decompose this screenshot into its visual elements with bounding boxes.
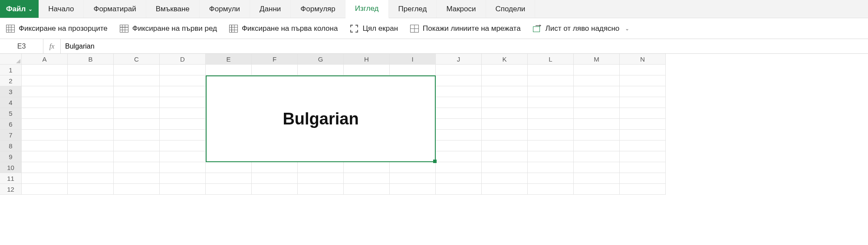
cell[interactable] — [528, 130, 574, 140]
cell[interactable] — [390, 162, 436, 173]
cell[interactable] — [620, 162, 666, 173]
cell[interactable] — [436, 140, 482, 151]
cell[interactable] — [68, 86, 114, 97]
cell[interactable] — [160, 130, 206, 140]
cell[interactable] — [436, 184, 482, 195]
cell[interactable] — [482, 162, 528, 173]
cell[interactable] — [206, 173, 252, 184]
cell[interactable] — [114, 119, 160, 130]
cell[interactable] — [114, 184, 160, 195]
cell[interactable] — [22, 184, 68, 195]
cell[interactable] — [22, 130, 68, 140]
cell[interactable] — [574, 119, 620, 130]
cell[interactable] — [160, 75, 206, 86]
cell[interactable] — [344, 173, 390, 184]
column-header[interactable]: F — [252, 54, 298, 65]
column-header[interactable]: B — [68, 54, 114, 65]
cell[interactable] — [68, 65, 114, 75]
cell[interactable] — [620, 86, 666, 97]
cell[interactable] — [574, 130, 620, 140]
cell[interactable] — [298, 65, 344, 75]
cell[interactable] — [22, 65, 68, 75]
cell[interactable] — [482, 119, 528, 130]
cell[interactable] — [528, 173, 574, 184]
row-header[interactable]: 7 — [0, 130, 22, 140]
cell[interactable] — [114, 173, 160, 184]
cell[interactable] — [574, 151, 620, 162]
cell[interactable] — [574, 97, 620, 108]
cell[interactable] — [252, 162, 298, 173]
cell[interactable] — [344, 184, 390, 195]
menu-tab-Преглед[interactable]: Преглед — [389, 0, 437, 18]
column-header[interactable]: I — [390, 54, 436, 65]
column-header[interactable]: N — [620, 54, 666, 65]
cell[interactable] — [114, 130, 160, 140]
cell[interactable] — [298, 162, 344, 173]
cell[interactable] — [160, 184, 206, 195]
row-header[interactable]: 1 — [0, 65, 22, 75]
cell[interactable] — [620, 75, 666, 86]
cell[interactable] — [390, 65, 436, 75]
cell[interactable] — [114, 162, 160, 173]
cell[interactable] — [528, 140, 574, 151]
row-header[interactable]: 12 — [0, 184, 22, 195]
cell[interactable] — [68, 130, 114, 140]
column-header[interactable]: H — [344, 54, 390, 65]
cell[interactable] — [160, 97, 206, 108]
cell[interactable] — [620, 173, 666, 184]
cell[interactable] — [620, 65, 666, 75]
menu-tab-Сподели[interactable]: Сподели — [486, 0, 536, 18]
column-header[interactable]: D — [160, 54, 206, 65]
cell[interactable] — [160, 65, 206, 75]
cell[interactable] — [160, 119, 206, 130]
column-header[interactable]: C — [114, 54, 160, 65]
cell[interactable] — [206, 184, 252, 195]
freeze-first-row-button[interactable]: Фиксиране на първи ред — [120, 24, 217, 33]
menu-tab-Формули[interactable]: Формули — [200, 0, 250, 18]
formula-input[interactable] — [61, 39, 868, 53]
cell[interactable] — [528, 108, 574, 119]
row-header[interactable]: 11 — [0, 173, 22, 184]
row-header[interactable]: 9 — [0, 151, 22, 162]
cell[interactable] — [160, 151, 206, 162]
cell[interactable] — [482, 184, 528, 195]
cell[interactable] — [22, 173, 68, 184]
cell[interactable] — [436, 119, 482, 130]
cell[interactable] — [252, 173, 298, 184]
cell[interactable] — [22, 119, 68, 130]
name-box[interactable]: E3 — [0, 39, 43, 53]
cell[interactable] — [436, 86, 482, 97]
fullscreen-button[interactable]: Цял екран — [350, 24, 398, 33]
menu-tab-Изглед[interactable]: Изглед — [345, 0, 389, 18]
cell[interactable] — [436, 162, 482, 173]
cell[interactable] — [528, 65, 574, 75]
cell[interactable] — [620, 97, 666, 108]
column-header[interactable]: L — [528, 54, 574, 65]
cell[interactable] — [68, 140, 114, 151]
cell[interactable] — [114, 75, 160, 86]
cell[interactable] — [574, 184, 620, 195]
cell[interactable] — [436, 97, 482, 108]
column-header[interactable]: E — [206, 54, 252, 65]
select-all-corner[interactable] — [0, 54, 22, 65]
cell[interactable] — [436, 173, 482, 184]
cell[interactable] — [436, 75, 482, 86]
cell[interactable] — [390, 173, 436, 184]
cell[interactable] — [68, 75, 114, 86]
column-header[interactable]: K — [482, 54, 528, 65]
cell[interactable] — [528, 151, 574, 162]
cell[interactable] — [68, 184, 114, 195]
cell[interactable] — [482, 140, 528, 151]
cell[interactable] — [160, 86, 206, 97]
cell[interactable] — [436, 130, 482, 140]
cell[interactable] — [620, 151, 666, 162]
column-header[interactable]: G — [298, 54, 344, 65]
show-gridlines-button[interactable]: Покажи линиите на мрежата — [410, 24, 521, 33]
cell[interactable] — [574, 162, 620, 173]
cell[interactable] — [482, 173, 528, 184]
cell[interactable] — [436, 108, 482, 119]
menu-tab-Данни[interactable]: Данни — [250, 0, 291, 18]
cell[interactable] — [620, 140, 666, 151]
menu-tab-Форматирай[interactable]: Форматирай — [84, 0, 146, 18]
cell[interactable] — [482, 151, 528, 162]
